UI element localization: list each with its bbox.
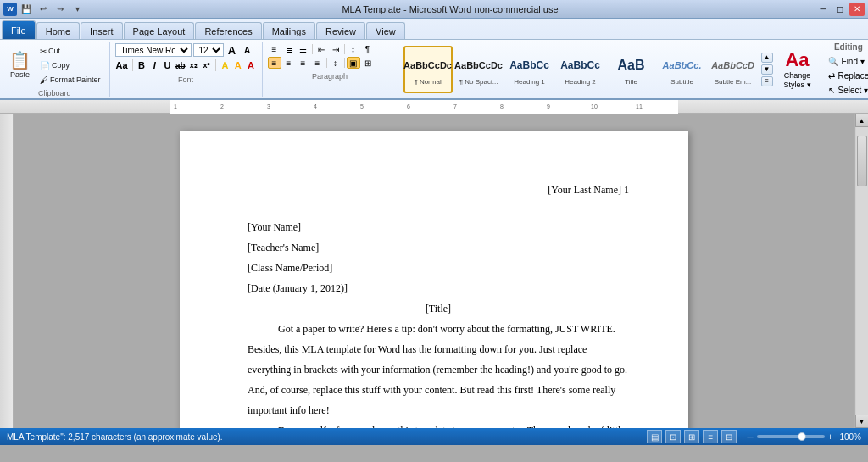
style-title[interactable]: AaB Title (607, 46, 656, 93)
font-grow-button[interactable]: A (225, 43, 239, 57)
style-subtle-emphasis-preview: AaBbCcD (711, 53, 754, 78)
numbering-button[interactable]: ≣ (282, 43, 296, 55)
align-right-button[interactable]: ≡ (297, 57, 310, 69)
qa-undo[interactable]: ↩ (36, 2, 51, 17)
find-label: Find ▾ (842, 57, 865, 66)
border-button[interactable]: ⊞ (361, 57, 375, 69)
format-painter-button[interactable]: 🖌 Format Painter (36, 73, 104, 86)
highlight-button[interactable]: A (232, 58, 243, 72)
style-heading2-preview: AaBbCc (560, 53, 600, 78)
zoom-level: 100% (839, 432, 861, 442)
qa-dropdown[interactable]: ▾ (70, 2, 85, 17)
zoom-slider[interactable] (757, 435, 825, 438)
document-area[interactable]: [Your Last Name] 1 [Your Name] [Teacher'… (14, 114, 854, 428)
tab-review[interactable]: Review (316, 22, 365, 39)
clear-format-button[interactable]: Aa (115, 58, 129, 72)
font-family-select[interactable]: Times New Rom (115, 43, 192, 57)
style-heading1-preview: AaBbCc (509, 53, 549, 78)
italic-button[interactable]: I (149, 58, 160, 72)
view-fullscreen-button[interactable]: ⊡ (665, 430, 681, 443)
subscript-button[interactable]: x₂ (188, 58, 199, 72)
tab-references[interactable]: References (195, 22, 261, 39)
bullets-button[interactable]: ≡ (268, 43, 281, 55)
style-subtle-emphasis[interactable]: AaBbCcD Subtle Em... (709, 46, 758, 93)
shading-button[interactable]: ▣ (347, 57, 360, 69)
header-right-text: [Your Last Name] 1 (548, 184, 629, 196)
styles-scroll-down[interactable]: ▼ (761, 64, 773, 75)
scroll-track[interactable] (856, 127, 868, 415)
paste-button[interactable]: 📋 Paste (5, 43, 35, 87)
decrease-indent-button[interactable]: ⇤ (314, 43, 328, 55)
style-heading2-label: Heading 2 (565, 78, 595, 86)
tab-page-layout[interactable]: Page Layout (124, 22, 195, 39)
zoom-thumb[interactable] (798, 432, 806, 441)
select-button[interactable]: ↖ Select ▾ (824, 83, 868, 97)
tab-home[interactable]: Home (36, 22, 80, 39)
show-formatting-button[interactable]: ¶ (361, 43, 375, 55)
style-subtitle[interactable]: AaBbCc. Subtitle (658, 46, 707, 93)
minimize-button[interactable]: ─ (815, 3, 831, 16)
style-title-label: Title (625, 78, 637, 86)
view-outline-button[interactable]: ≡ (703, 430, 718, 443)
cut-button[interactable]: ✂ Cut (36, 44, 104, 58)
tab-mailings[interactable]: Mailings (263, 22, 315, 39)
font-shrink-button[interactable]: A (241, 43, 254, 57)
change-styles-button[interactable]: Aа ChangeStyles ▾ (776, 46, 819, 93)
styles-scroll-up[interactable]: ▲ (761, 53, 773, 63)
view-print-button[interactable]: ▤ (647, 430, 662, 443)
font-group: Times New Rom 12 A A Aa B I U ab x₂ (110, 42, 263, 97)
line-spacing-button[interactable]: ↕ (329, 57, 342, 69)
ruler-inner: 1 2 3 4 5 6 7 8 9 10 11 (170, 100, 678, 114)
tab-insert[interactable]: Insert (81, 22, 123, 39)
font-size-select[interactable]: 12 (193, 43, 224, 57)
clipboard-label: Clipboard (38, 87, 71, 97)
superscript-button[interactable]: x² (201, 58, 212, 72)
view-draft-button[interactable]: ⊟ (721, 430, 737, 443)
replace-button[interactable]: ⇄ Replace (824, 69, 868, 83)
copy-button[interactable]: 📄 Copy (36, 58, 104, 72)
document: [Your Last Name] 1 [Your Name] [Teacher'… (180, 131, 688, 428)
restore-button[interactable]: ◻ (832, 3, 848, 16)
bold-button[interactable]: B (136, 58, 147, 72)
style-normal[interactable]: AaBbCcDc ¶ Normal (403, 46, 453, 93)
align-center-button[interactable]: ≡ (282, 57, 296, 69)
find-button[interactable]: 🔍 Find ▾ (824, 54, 868, 69)
scroll-down-button[interactable]: ▼ (855, 415, 869, 428)
multilevel-button[interactable]: ☰ (297, 43, 310, 55)
change-styles-icon: Aа (785, 49, 809, 71)
status-text: MLA Template": 2,517 characters (an appr… (7, 432, 223, 442)
zoom-out-button[interactable]: ─ (747, 432, 753, 442)
qa-redo[interactable]: ↪ (53, 2, 68, 17)
tab-view[interactable]: View (366, 22, 405, 39)
style-no-spacing[interactable]: AaBbCcDc ¶ No Spaci... (454, 46, 504, 93)
view-web-button[interactable]: ⊞ (684, 430, 699, 443)
tab-file[interactable]: File (2, 20, 36, 39)
qa-save[interactable]: 💾 (19, 2, 34, 17)
style-heading2[interactable]: AaBbCc Heading 2 (556, 46, 605, 93)
paste-icon: 📋 (9, 52, 31, 69)
text-effects-button[interactable]: A (220, 58, 231, 72)
sort-button[interactable]: ↕ (347, 43, 360, 55)
paragraph-label: Paragraph (312, 70, 348, 81)
increase-indent-button[interactable]: ⇥ (329, 43, 342, 55)
paste-label: Paste (10, 70, 30, 79)
justify-button[interactable]: ≡ (311, 57, 325, 69)
styles-more[interactable]: ≡ (761, 76, 773, 86)
statusbar-right: ▤ ⊡ ⊞ ≡ ⊟ ─ + 100% (647, 430, 861, 443)
close-button[interactable]: ✕ (849, 3, 865, 16)
class-name-line: [Class Name/Period] (248, 258, 629, 278)
style-heading1[interactable]: AaBbCc Heading 1 (505, 46, 554, 93)
strikethrough-button[interactable]: ab (175, 58, 186, 72)
vertical-scrollbar[interactable]: ▲ ▼ (854, 114, 868, 428)
align-left-button[interactable]: ≡ (268, 57, 281, 69)
font-color-button[interactable]: A (245, 58, 256, 72)
date-line: [Date (January 1, 2012)] (248, 278, 629, 298)
scroll-thumb[interactable] (857, 136, 867, 186)
scroll-up-button[interactable]: ▲ (855, 114, 869, 127)
zoom-in-button[interactable]: + (828, 432, 833, 442)
style-no-spacing-label: ¶ No Spaci... (459, 78, 498, 86)
document-body[interactable]: [Your Name] [Teacher's Name] [Class Name… (248, 217, 629, 428)
format-painter-label: Format Painter (50, 75, 101, 84)
clipboard-content: 📋 Paste ✂ Cut 📄 Copy 🖌 Format Painter (5, 43, 104, 87)
underline-button[interactable]: U (162, 58, 173, 72)
